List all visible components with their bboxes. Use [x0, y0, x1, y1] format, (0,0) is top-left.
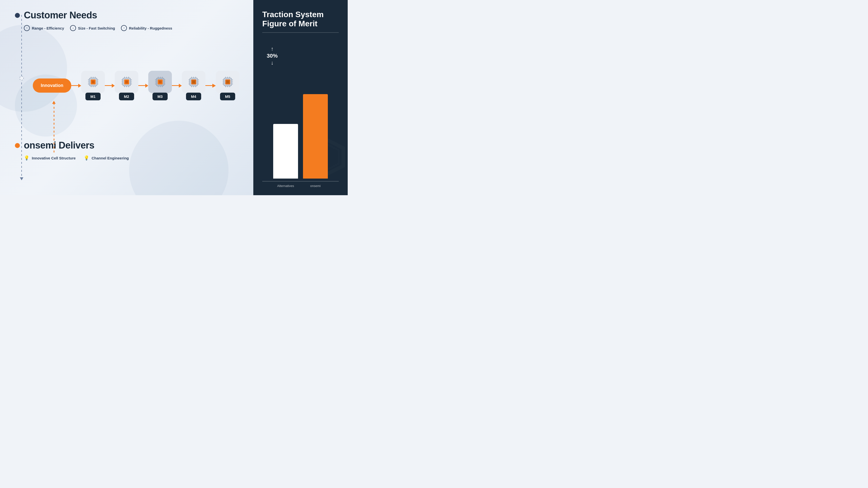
chip-label-m5: M5	[220, 93, 235, 100]
chip-icon-m1	[81, 71, 105, 93]
chip-icon-m2	[115, 71, 138, 93]
left-panel: Customer Needs ↑ Range - Efficiency ↓ Si…	[0, 0, 253, 195]
range-arrow-icon: ↑	[24, 25, 30, 31]
innovation-flow: Innovation	[33, 71, 241, 100]
delivers-tags-list: 💡 Innovative Cell Structure 💡 Channel En…	[24, 155, 241, 161]
chip-svg-m5	[221, 75, 234, 88]
need-range: ↑ Range - Efficiency	[24, 25, 64, 31]
innovation-label: Innovation	[41, 83, 63, 88]
bar-labels: Alternatives onsemi	[262, 184, 339, 188]
chip-label-m4: M4	[186, 93, 201, 100]
bar-alt-label: Alternatives	[273, 184, 298, 188]
chip-svg-m1	[87, 75, 100, 88]
svg-rect-2	[92, 81, 95, 84]
chip-m4: M4	[182, 71, 206, 100]
chip-m3: M3	[148, 71, 172, 100]
arrow-final-icon	[212, 84, 216, 88]
deliver-cell: 💡 Innovative Cell Structure	[24, 155, 76, 161]
chip-icon-m3	[148, 71, 172, 93]
chip-m1: M1	[81, 71, 105, 100]
arrow-right-icon	[145, 84, 148, 88]
onsemi-delivers-header: onsemi Delivers	[15, 140, 241, 151]
bulb-icon-cell: 💡	[24, 155, 29, 161]
bar-alt-wrapper	[273, 124, 298, 179]
svg-rect-47	[192, 81, 195, 84]
onsemi-dot	[15, 143, 20, 148]
header-dot	[15, 13, 20, 18]
range-label: Range - Efficiency	[32, 26, 64, 30]
deliver-channel: 💡 Channel Engineering	[84, 155, 129, 161]
line-seg	[172, 85, 179, 86]
line-seg	[105, 85, 112, 86]
connector-3	[138, 84, 148, 88]
right-panel-title: Traction System Figure of Merit	[262, 10, 339, 28]
svg-rect-32	[159, 81, 162, 84]
connector-5	[206, 84, 216, 88]
need-size: ↓ Size - Fast Switching	[70, 25, 115, 31]
percent-label: 30%	[267, 53, 278, 59]
line-seg	[138, 85, 145, 86]
chip-label-m2: M2	[119, 93, 134, 100]
arrow-right-icon	[179, 84, 182, 88]
innovation-button: Innovation	[33, 79, 71, 93]
bar-onsemi-label: onsemi	[303, 184, 328, 188]
line-seg	[206, 85, 212, 86]
chart-bottom-line	[262, 181, 339, 182]
onsemi-delivers-section: onsemi Delivers 💡 Innovative Cell Struct…	[15, 140, 241, 161]
connector-1	[71, 84, 81, 88]
onsemi-delivers-title: onsemi Delivers	[24, 140, 94, 151]
needs-tags-list: ↑ Range - Efficiency ↓ Size - Fast Switc…	[24, 25, 241, 31]
connector-2	[105, 84, 115, 88]
deliver-cell-label: Innovative Cell Structure	[32, 156, 76, 160]
chip-label-m1: M1	[86, 93, 101, 100]
bulb-icon-channel: 💡	[84, 155, 89, 161]
svg-rect-17	[125, 81, 128, 84]
right-panel: Traction System Figure of Merit ↑ 30% ↓ …	[253, 0, 348, 195]
reliability-label: Reliability - Ruggedness	[129, 26, 172, 30]
chip-label-m3: M3	[153, 93, 168, 100]
reliability-arrow-icon: ↑	[121, 25, 127, 31]
size-label: Size - Fast Switching	[78, 26, 115, 30]
arrow-right-icon	[112, 84, 115, 88]
chip-svg-m3	[154, 75, 167, 88]
deliver-channel-label: Channel Engineering	[92, 156, 129, 160]
customer-needs-section: Customer Needs ↑ Range - Efficiency ↓ Si…	[15, 10, 241, 31]
line-seg	[71, 85, 78, 86]
chip-svg-m2	[120, 75, 133, 88]
chip-icon-m5	[216, 71, 240, 93]
need-reliability: ↑ Reliability - Ruggedness	[121, 25, 172, 31]
chip-svg-m4	[187, 75, 200, 88]
bar-alternatives	[273, 124, 298, 179]
chip-m2: M2	[115, 71, 138, 100]
bar-onsemi-wrapper	[303, 94, 328, 179]
chip-m5: M5	[216, 71, 240, 100]
left-edge-dot	[19, 76, 24, 81]
connector-4	[172, 84, 182, 88]
bar-onsemi	[303, 94, 328, 179]
percent-indicator: ↑ 30% ↓	[267, 46, 278, 66]
customer-needs-header: Customer Needs	[15, 10, 241, 21]
customer-needs-title: Customer Needs	[24, 10, 97, 21]
arrow-right-icon	[78, 84, 81, 88]
right-divider	[262, 32, 339, 33]
arrow-up-icon: ↑	[271, 46, 274, 52]
arrow-down-icon: ↓	[271, 60, 274, 66]
svg-rect-62	[226, 81, 229, 84]
chart-area: ↑ 30% ↓ Alternatives onsemi	[262, 39, 339, 188]
size-arrow-icon: ↓	[70, 25, 76, 31]
orange-arrow-up-icon	[52, 101, 56, 104]
arrow-down-icon	[20, 177, 23, 180]
chip-icon-m4	[182, 71, 206, 93]
